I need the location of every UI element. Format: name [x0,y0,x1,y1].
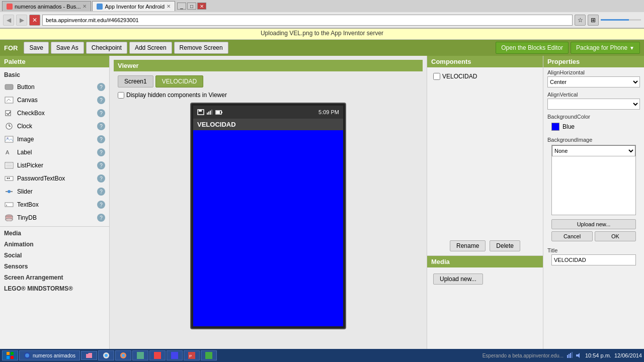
svg-point-42 [122,354,125,357]
palette-item-tinydb[interactable]: TinyDB ? [0,211,109,224]
cancel-button[interactable]: Cancel [551,231,593,241]
bg-color-swatch[interactable] [551,123,559,131]
component-checkbox[interactable] [433,73,440,80]
prop-btn-row: Cancel OK [547,231,640,243]
align-horizontal-row: AlignHorizontal Center Left Right [543,67,644,89]
taskbar-start[interactable] [2,350,18,360]
component-velocidad[interactable]: VELOCIDAD [431,71,539,81]
passwordtextbox-help-icon[interactable]: ? [97,174,105,183]
slider-help-icon[interactable]: ? [97,188,105,196]
palette-social-title[interactable]: Social [0,250,109,261]
taskbar-item-label: numeros animados [33,353,75,358]
svg-point-18 [8,190,11,193]
upload-new-button[interactable]: Upload new... [551,219,636,229]
taskbar-ppt[interactable]: P [184,350,200,360]
align-vertical-select[interactable]: Top Center Bottom [547,99,640,110]
tab-velocidad[interactable]: VELOCIDAD [155,75,203,87]
component-name: VELOCIDAD [442,73,477,80]
taskbar-chrome[interactable] [98,350,114,360]
add-screen-button[interactable]: Add Screen [129,42,172,54]
tab-close-1[interactable]: ✕ [83,4,87,9]
browser-tab-2[interactable]: App Inventor for Android ✕ [92,1,175,11]
taskbar-app2[interactable] [149,350,166,360]
bookmark-btn[interactable]: ⊞ [588,15,599,26]
taskbar-firefox[interactable] [115,350,131,360]
palette-item-listpicker[interactable]: ListPicker ? [0,159,109,172]
svg-rect-28 [210,111,211,115]
label-help-icon[interactable]: ? [97,148,105,156]
palette-item-slider[interactable]: Slider ? [0,185,109,198]
address-bar[interactable] [42,15,573,26]
refresh-btn[interactable]: ✕ [29,15,40,26]
media-header: Media [427,256,543,267]
bg-image-select[interactable]: None [552,145,635,156]
textbox-help-icon[interactable]: ? [97,201,105,209]
hidden-components-checkbox[interactable] [118,92,124,99]
canvas-help-icon[interactable]: ? [97,96,105,104]
palette-listpicker-label: ListPicker [17,162,97,169]
listpicker-help-icon[interactable]: ? [97,161,105,169]
ok-button[interactable]: OK [595,231,636,241]
palette-item-label[interactable]: A Label ? [0,146,109,159]
tinydb-help-icon[interactable]: ? [97,214,105,222]
tab-close-2[interactable]: ✕ [167,4,171,9]
back-btn[interactable]: ◀ [3,15,14,26]
save-as-button[interactable]: Save As [51,42,84,54]
button-help-icon[interactable]: ? [97,83,105,91]
maximize-btn[interactable]: □ [187,3,196,10]
image-icon [4,134,14,144]
palette-item-button[interactable]: Button ? [0,80,109,94]
bg-image-area: None [551,145,636,215]
palette-lego-title[interactable]: LEGO® MINDSTORMS® [0,283,109,294]
package-phone-button[interactable]: Package for Phone ▼ [571,42,640,54]
taskbar-folder[interactable] [81,351,97,360]
palette-screen-arrangement-title[interactable]: Screen Arrangement [0,272,109,283]
checkpoint-button[interactable]: Checkpoint [86,42,127,54]
forward-btn[interactable]: ▶ [16,15,27,26]
svg-rect-31 [221,112,222,113]
browser-chrome: numeros animados - Bus... ✕ App Inventor… [0,0,644,29]
taskbar-app1[interactable] [132,350,148,360]
palette-item-image[interactable]: Image ? [0,133,109,146]
rename-button[interactable]: Rename [450,240,486,251]
minimize-btn[interactable]: _ [177,3,186,10]
taskbar-browser-item[interactable]: numeros animados [19,350,80,360]
for-label: FOR [4,44,18,52]
palette-item-textbox[interactable]: TextBox ? [0,198,109,211]
svg-rect-27 [208,112,209,115]
remove-screen-button[interactable]: Remove Screen [174,42,228,54]
taskbar-app3[interactable] [167,350,183,360]
checkbox-help-icon[interactable]: ? [97,109,105,117]
palette-item-clock[interactable]: Clock ? [0,120,109,133]
star-btn[interactable]: ☆ [575,15,586,26]
image-help-icon[interactable]: ? [97,135,105,143]
label-icon: A [4,147,14,157]
palette-item-checkbox[interactable]: CheckBox ? [0,107,109,120]
close-btn[interactable]: ✕ [197,3,206,10]
palette-media-title[interactable]: Media [0,226,109,239]
svg-rect-26 [207,113,208,115]
save-button[interactable]: Save [24,42,48,54]
media-upload-button[interactable]: Upload new... [433,274,483,285]
bg-image-label: BackgroundImage [547,137,640,143]
palette-checkbox-label: CheckBox [17,110,97,117]
title-input[interactable] [551,254,636,265]
clock-help-icon[interactable]: ? [97,122,105,130]
palette-image-label: Image [17,136,97,143]
tab-screen1[interactable]: Screen1 [118,75,153,87]
palette-sensors-title[interactable]: Sensors [0,261,109,272]
align-horizontal-select[interactable]: Center Left Right [547,76,640,87]
app4-icon [205,352,212,359]
svg-rect-36 [11,356,14,359]
browser-tab-1[interactable]: numeros animados - Bus... ✕ [2,1,91,11]
taskbar-app4[interactable] [201,350,217,360]
browser-tabs: numeros animados - Bus... ✕ App Inventor… [2,1,175,11]
blocks-editor-button[interactable]: Open the Blocks Editor [496,42,569,54]
components-media: Media Upload new... [427,255,543,291]
palette-item-passwordtextbox[interactable]: •• PasswordTextBox ? [0,172,109,185]
svg-rect-25 [199,110,202,112]
palette-button-label: Button [17,83,97,90]
palette-item-canvas[interactable]: Canvas ? [0,94,109,107]
palette-animation-title[interactable]: Animation [0,239,109,250]
delete-button[interactable]: Delete [490,240,520,251]
